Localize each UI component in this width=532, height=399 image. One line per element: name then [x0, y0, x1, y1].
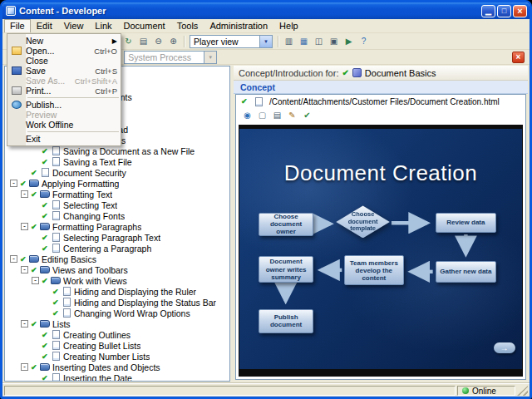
- menu-item-label: Print...: [26, 86, 88, 96]
- tree-item-label: Selecting Paragraph Text: [63, 233, 160, 243]
- tree-item[interactable]: ✔Inserting the Date: [5, 372, 229, 382]
- expander-icon[interactable]: -: [10, 180, 17, 187]
- file-menu-item-print[interactable]: Print...Ctrl+P: [7, 86, 121, 96]
- file-menu-item-save[interactable]: SaveCtrl+S: [7, 66, 121, 76]
- check-icon: ✔: [31, 223, 40, 231]
- menu-bar: FileEditViewLinkDocumentToolsAdministrat…: [2, 19, 530, 33]
- resize-grip[interactable]: [517, 386, 528, 396]
- flow-node-choose-owner: Choose document owner: [259, 213, 314, 236]
- minimize-button[interactable]: ▁: [481, 5, 495, 17]
- properties-icon[interactable]: ▤: [136, 35, 150, 48]
- tree-item[interactable]: ✔Hiding and Displaying the Ruler: [5, 286, 229, 297]
- tree-item[interactable]: ✔Selecting Paragraph Text: [5, 232, 229, 243]
- print-document-icon[interactable]: ▤: [271, 109, 283, 121]
- view-mode-combo[interactable]: Player view ▼: [190, 35, 273, 48]
- file-menu-item-close[interactable]: Close: [7, 56, 121, 66]
- tree-item[interactable]: -✔Editing Basics: [5, 254, 229, 264]
- tree-item[interactable]: -✔Formatting Text: [5, 189, 229, 200]
- page-icon: [42, 168, 49, 177]
- zoom-out-icon[interactable]: ⊖: [151, 35, 165, 48]
- tree-item[interactable]: ✔Creating Outlines: [5, 329, 229, 340]
- help-icon[interactable]: ?: [357, 35, 371, 48]
- expander-icon[interactable]: -: [21, 190, 28, 198]
- status-bar: Online: [2, 383, 530, 397]
- tree-item[interactable]: ✔Saving a Document as a New File: [5, 145, 229, 156]
- blank-icon: [12, 121, 22, 129]
- file-menu-item-new[interactable]: New▶: [7, 36, 121, 46]
- expander-icon[interactable]: -: [21, 223, 28, 230]
- menu-link[interactable]: Link: [89, 19, 117, 32]
- zoom-in-icon[interactable]: ⊕: [166, 35, 180, 48]
- menu-file[interactable]: File: [4, 19, 31, 32]
- menu-administration[interactable]: Administration: [204, 19, 273, 32]
- tree-item[interactable]: -✔Work with Views: [5, 275, 229, 286]
- tree-item[interactable]: ✔Creating Bullet Lists: [5, 340, 229, 351]
- check-icon: ✔: [31, 190, 40, 199]
- menu-view[interactable]: View: [58, 19, 90, 32]
- outline-view-icon[interactable]: ▥: [282, 35, 296, 48]
- close-preview-pane-button[interactable]: ×: [512, 52, 525, 63]
- check-icon: ✔: [31, 320, 40, 328]
- expander-icon[interactable]: -: [21, 266, 28, 273]
- tree-item[interactable]: -✔Inserting Dates and Objects: [5, 362, 229, 372]
- tree-item[interactable]: -✔Applying Formatting: [5, 178, 229, 189]
- file-menu-item-work-offline[interactable]: Work Offline: [7, 120, 121, 130]
- tree-item[interactable]: ✔Changing Fonts: [5, 210, 229, 221]
- maximize-button[interactable]: □: [497, 5, 511, 17]
- arrow-right-icon: →: [500, 343, 509, 352]
- check-icon: ✔: [42, 147, 51, 155]
- flow-node-label: Team members develop the content: [347, 259, 400, 283]
- file-menu: New▶Open...Ctrl+OCloseSaveCtrl+SSave As.…: [7, 33, 121, 146]
- chevron-down-icon[interactable]: ▼: [259, 36, 272, 47]
- tree-item-label: Views and Toolbars: [52, 265, 128, 275]
- flow-node-team-develop: Team members develop the content: [344, 255, 403, 285]
- edit-document-icon[interactable]: ✎: [286, 109, 298, 121]
- blank-icon: [12, 37, 22, 45]
- expander-icon[interactable]: -: [10, 255, 17, 263]
- tree-item[interactable]: -✔Lists: [5, 318, 229, 329]
- expander-icon[interactable]: -: [32, 277, 39, 284]
- expander-icon[interactable]: -: [21, 363, 28, 371]
- check-icon: ✔: [31, 169, 40, 177]
- tab-concept[interactable]: Concept: [240, 82, 275, 92]
- view-in-browser-icon[interactable]: ◉: [241, 109, 254, 121]
- next-slide-button[interactable]: →: [494, 342, 515, 353]
- menu-help[interactable]: Help: [273, 19, 304, 32]
- file-menu-item-exit[interactable]: Exit: [7, 134, 121, 144]
- menu-edit[interactable]: Edit: [31, 19, 58, 32]
- tree-item[interactable]: ✔Document Security: [5, 167, 229, 178]
- tree-item[interactable]: ✔Centering a Paragraph: [5, 243, 229, 254]
- tree-item[interactable]: -✔Views and Toolbars: [5, 264, 229, 275]
- tree-item[interactable]: ✔Hiding and Displaying the Status Bar: [5, 297, 229, 308]
- refresh-icon[interactable]: ↻: [121, 35, 135, 48]
- spell-check-icon[interactable]: ✔: [301, 109, 313, 121]
- tree-item-label: Lists: [52, 319, 71, 329]
- tree-item-label: Changing Word Wrap Options: [74, 308, 190, 318]
- tree-item[interactable]: ✔Saving a Text File: [5, 156, 229, 167]
- menu-item-label: Work Offline: [26, 120, 111, 130]
- menu-document[interactable]: Document: [118, 19, 171, 32]
- file-menu-item-open[interactable]: Open...Ctrl+O: [7, 46, 121, 56]
- menu-tools[interactable]: Tools: [171, 19, 204, 32]
- book-icon: [40, 223, 50, 230]
- tree-item[interactable]: -✔Formatting Paragraphs: [5, 221, 229, 232]
- file-menu-item-publish[interactable]: Publish...: [7, 100, 121, 110]
- tree-item[interactable]: ✔Selecting Text: [5, 200, 229, 210]
- full-page-view-icon[interactable]: ▣: [327, 35, 341, 48]
- flow-node-owner-summary: Document owner writes summary: [259, 256, 314, 283]
- tree-item-label: Document Security: [52, 168, 126, 178]
- thumbnail-view-icon[interactable]: ▦: [297, 35, 311, 48]
- expander-icon[interactable]: -: [21, 320, 28, 328]
- tree-item-label: Saving a Document as a New File: [63, 146, 195, 156]
- play-preview-icon[interactable]: ▶: [342, 35, 356, 48]
- tree-item-label: Centering a Paragraph: [63, 244, 151, 254]
- tree-item[interactable]: ✔Changing Word Wrap Options: [5, 308, 229, 318]
- close-button[interactable]: ×: [513, 5, 527, 17]
- split-view-icon[interactable]: ◫: [312, 35, 326, 48]
- attachments-icon[interactable]: ▢: [256, 109, 268, 121]
- blank-icon: [12, 135, 22, 143]
- save-icon: [12, 66, 22, 75]
- toolbar-separator: [278, 36, 278, 47]
- tree-item[interactable]: ✔Creating Number Lists: [5, 351, 229, 362]
- attachment-path[interactable]: /Content/Attachments/Customer Files/Docu…: [269, 97, 500, 106]
